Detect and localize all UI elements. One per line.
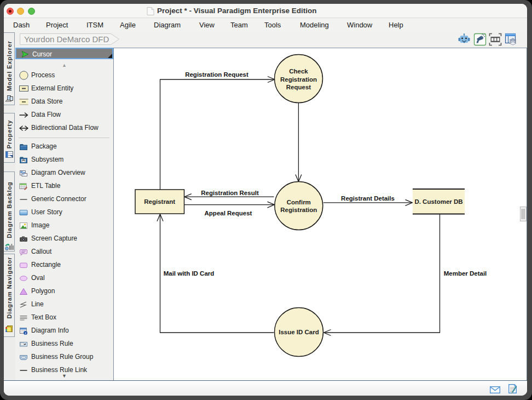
svg-text:Issue ID Card: Issue ID Card [279,329,319,335]
svg-text:Confirm: Confirm [287,199,311,205]
svg-text:Request: Request [286,84,311,90]
svg-text:Registration Request: Registration Request [185,71,248,78]
svg-text:Registration Result: Registration Result [201,190,259,196]
svg-text:Appeal Request: Appeal Request [205,210,252,216]
svg-text:Check: Check [289,68,308,75]
svg-text:Yourdon DeMarco DFD: Yourdon DeMarco DFD [24,35,109,44]
svg-text:Registration: Registration [280,76,317,83]
svg-text:Registrant: Registrant [144,198,175,205]
svg-text:D. Customer DB: D. Customer DB [414,198,462,205]
svg-text:Registrant Details: Registrant Details [341,195,395,202]
svg-text:Member Detail: Member Detail [444,270,487,277]
svg-text:Registration: Registration [280,207,317,213]
svg-text:Mail with ID Card: Mail with ID Card [164,270,215,277]
